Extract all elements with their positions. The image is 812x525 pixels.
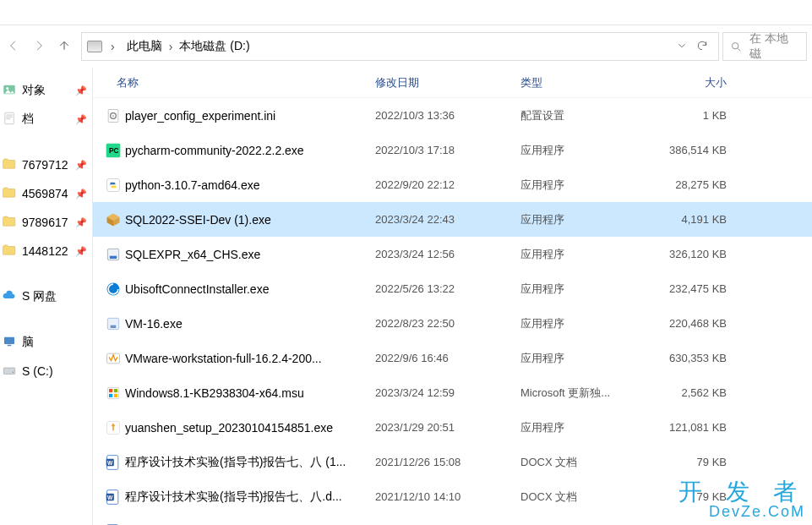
file-name: yuanshen_setup_20230104154851.exe [125,421,375,435]
forward-button[interactable] [32,39,46,55]
file-icon [101,419,125,436]
file-row[interactable]: yuanshen_setup_20230104154851.exe 2023/1… [93,410,812,445]
file-row[interactable]: W 程序设计技术实验(指导书)报告七、八.d... 2021/12/10 14:… [93,479,812,514]
file-row[interactable]: W 程序设计技术实验(指导书)报告七、八 (1... 2021/12/26 15… [93,445,812,479]
sidebar-item[interactable]: S 网盘 [0,282,92,311]
sidebar-item[interactable]: 7679712 📌 [0,150,92,179]
file-size: 630,353 KB [646,352,727,364]
file-name: pycharm-community-2022.2.2.exe [125,144,375,157]
svg-rect-21 [111,325,117,327]
folder-icon [2,185,17,203]
breadcrumb-drive-d[interactable]: 本地磁盘 (D:) [176,37,253,56]
file-size: 386,514 KB [646,144,727,156]
pin-icon: 📌 [75,160,87,171]
svg-rect-27 [114,393,117,396]
up-button[interactable] [57,39,71,55]
file-icon: PC [101,142,125,159]
sidebar-item-label: 脑 [22,335,34,350]
file-row[interactable]: VMware-workstation-full-16.2.4-200... 20… [93,341,812,375]
file-row[interactable]: W 程序设计技术实验(指导书)报告五、六.d... [93,514,812,525]
sidebar-item[interactable]: 1448122 📌 [0,237,92,265]
file-name: VM-16.exe [125,317,375,331]
svg-rect-16 [107,178,120,191]
svg-point-2 [6,87,8,90]
content-area: 对象 📌 档 📌 7679712 📌 4569874 📌 9789617 [0,68,812,525]
sidebar-item[interactable]: 脑 [0,328,92,357]
file-row[interactable]: player_config_experiment.ini 2022/10/3 1… [93,98,812,133]
file-size: 2,562 KB [646,386,727,399]
column-headers: 名称 修改日期 类型 大小 [93,68,812,98]
file-row[interactable]: UbisoftConnectInstaller.exe 2022/5/26 13… [93,271,812,306]
svg-rect-4 [6,114,13,115]
file-list: player_config_experiment.ini 2022/10/3 1… [93,98,812,525]
file-row[interactable]: VM-16.exe 2022/8/23 22:50 应用程序 220,468 K… [93,306,812,341]
sidebar-item[interactable]: 4569874 📌 [0,179,92,208]
sidebar-item-label: 7679712 [22,158,68,172]
file-row[interactable]: SQLEXPR_x64_CHS.exe 2023/3/24 12:56 应用程序… [93,237,812,271]
svg-rect-25 [114,389,117,392]
sidebar-item[interactable]: 档 📌 [0,105,92,134]
file-size: 121,081 KB [646,421,727,434]
file-type: Microsoft 更新独... [520,386,646,401]
toolbar: › 此电脑 › 本地磁盘 (D:) 在 本地磁 [0,25,812,68]
file-row[interactable]: PC pycharm-community-2022.2.2.exe 2022/1… [93,133,812,167]
file-type: 应用程序 [520,316,646,331]
pin-icon: 📌 [75,246,87,257]
breadcrumb: 此电脑 › 本地磁盘 (D:) [123,37,253,56]
file-name: VMware-workstation-full-16.2.4-200... [125,352,375,365]
chevron-right-icon: › [167,40,175,53]
file-type: 应用程序 [520,247,646,262]
cloud-icon [2,288,17,306]
file-size: 4,191 KB [646,213,727,226]
back-button[interactable] [7,39,20,55]
file-row[interactable]: python-3.10.7-amd64.exe 2022/9/20 22:12 … [93,167,812,202]
file-date: 2023/3/24 22:43 [375,213,520,226]
svg-rect-8 [8,344,12,346]
file-name: SQL2022-SSEI-Dev (1).exe [125,213,375,227]
file-name: SQLEXPR_x64_CHS.exe [125,248,375,261]
file-icon [101,177,125,194]
breadcrumb-this-pc[interactable]: 此电脑 [123,37,166,56]
header-size[interactable]: 大小 [646,75,727,90]
file-date: 2021/12/10 14:10 [375,490,520,503]
file-icon [101,281,125,298]
file-icon: W [101,489,125,506]
sidebar: 对象 📌 档 📌 7679712 📌 4569874 📌 9789617 [0,68,93,525]
file-date: 2022/10/3 17:18 [375,144,520,156]
file-type: 应用程序 [520,282,646,297]
sidebar-item[interactable]: 9789617 📌 [0,208,92,237]
sidebar-item-label: S (C:) [22,364,53,378]
file-icon [101,315,125,332]
file-type: 应用程序 [520,178,646,193]
refresh-button[interactable] [696,40,708,54]
search-placeholder: 在 本地磁 [749,32,799,61]
sidebar-item-label: S 网盘 [22,289,57,304]
sidebar-item-label: 1448122 [22,244,68,258]
file-date: 2022/9/20 22:12 [375,178,520,191]
file-type: DOCX 文档 [520,455,646,470]
search-box[interactable]: 在 本地磁 [722,32,807,61]
file-row[interactable]: SQL2022-SSEI-Dev (1).exe 2023/3/24 22:43… [93,202,812,237]
svg-text:W: W [107,494,113,500]
header-type[interactable]: 类型 [520,75,646,90]
sidebar-item-label: 9789617 [22,216,68,229]
header-name[interactable]: 名称 [115,75,375,90]
svg-rect-24 [109,389,112,392]
file-size: 220,468 KB [646,317,727,330]
file-name: 程序设计技术实验(指导书)报告七、八.d... [125,489,375,505]
pin-icon: 📌 [75,85,87,96]
file-icon [101,385,125,402]
sidebar-item[interactable]: S (C:) [0,357,92,386]
svg-point-10 [13,371,14,373]
file-icon [101,246,125,263]
svg-rect-6 [6,118,10,119]
file-type: 应用程序 [520,420,646,435]
file-name: player_config_experiment.ini [125,109,375,123]
file-row[interactable]: Windows8.1-KB2938304-x64.msu 2023/3/24 1… [93,375,812,410]
header-date[interactable]: 修改日期 [375,75,520,90]
svg-text:PC: PC [109,145,119,154]
sidebar-item[interactable]: 对象 📌 [0,76,92,105]
file-date: 2021/12/26 15:08 [375,456,520,468]
chevron-down-icon[interactable] [676,40,688,54]
address-bar[interactable]: › 此电脑 › 本地磁盘 (D:) [81,32,719,61]
